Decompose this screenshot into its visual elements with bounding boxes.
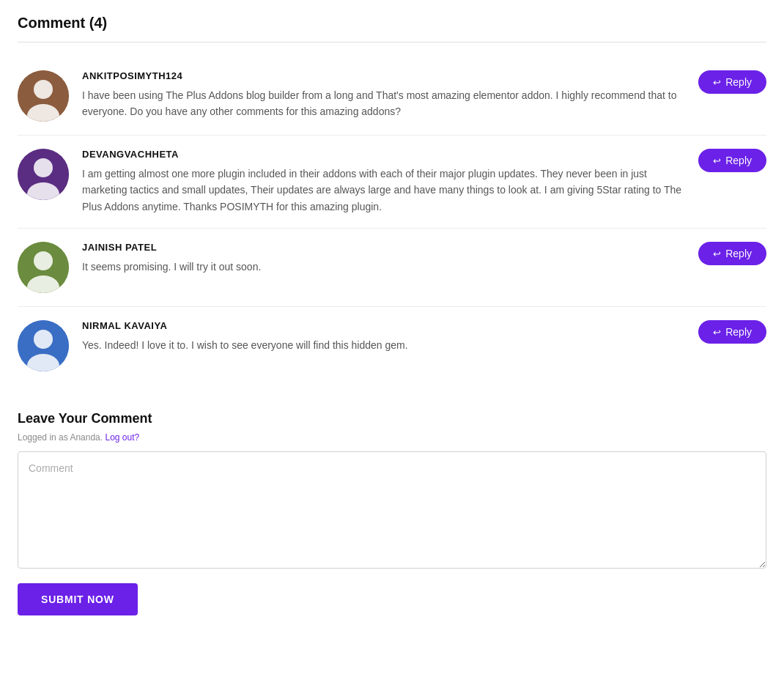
reply-label: Reply xyxy=(725,248,752,259)
comment-item: NIRMAL KAVAIYA Yes. Indeed! I love it to… xyxy=(18,307,766,385)
reply-icon: ↩ xyxy=(713,248,721,259)
avatar xyxy=(18,242,69,293)
logout-link[interactable]: Log out? xyxy=(105,432,139,443)
comment-body: JAINISH PATEL It seems promising. I will… xyxy=(82,242,766,275)
reply-icon: ↩ xyxy=(713,155,721,166)
comment-input[interactable] xyxy=(18,451,766,569)
commenter-name: JAINISH PATEL xyxy=(82,242,693,253)
svg-point-10 xyxy=(34,330,53,349)
comment-text: I am getting almost one more plugin incl… xyxy=(82,166,693,215)
comment-item: DEVANGVACHHETA I am getting almost one m… xyxy=(18,136,766,229)
comment-text: I have been using The Plus Addons blog b… xyxy=(82,87,693,120)
reply-button[interactable]: ↩ Reply xyxy=(698,70,766,94)
form-title: Leave Your Comment xyxy=(18,411,766,426)
svg-point-4 xyxy=(34,158,53,177)
logged-in-status: Logged in as Ananda. Log out? xyxy=(18,432,766,443)
avatar xyxy=(18,320,69,371)
comment-body: DEVANGVACHHETA I am getting almost one m… xyxy=(82,149,766,215)
comment-item: ANKITPOSIMYTH124 I have been using The P… xyxy=(18,57,766,136)
reply-icon: ↩ xyxy=(713,327,721,338)
reply-button[interactable]: ↩ Reply xyxy=(698,242,766,265)
reply-label: Reply xyxy=(725,76,752,88)
commenter-name: NIRMAL KAVAIYA xyxy=(82,320,693,331)
comment-item: JAINISH PATEL It seems promising. I will… xyxy=(18,229,766,307)
comment-text: It seems promising. I will try it out so… xyxy=(82,259,693,275)
comment-list: ANKITPOSIMYTH124 I have been using The P… xyxy=(18,57,766,385)
reply-button[interactable]: ↩ Reply xyxy=(698,149,766,172)
comment-body: NIRMAL KAVAIYA Yes. Indeed! I love it to… xyxy=(82,320,766,353)
comment-form-section: Leave Your Comment Logged in as Ananda. … xyxy=(18,411,766,615)
comment-text: Yes. Indeed! I love it to. I wish to see… xyxy=(82,337,693,353)
reply-label: Reply xyxy=(725,326,752,338)
comment-body: ANKITPOSIMYTH124 I have been using The P… xyxy=(82,70,766,120)
svg-point-7 xyxy=(34,251,53,270)
svg-point-1 xyxy=(34,80,53,99)
reply-icon: ↩ xyxy=(713,77,721,88)
reply-label: Reply xyxy=(725,155,752,166)
commenter-name: DEVANGVACHHETA xyxy=(82,149,693,160)
commenter-name: ANKITPOSIMYTH124 xyxy=(82,70,693,81)
submit-button[interactable]: SUBMIT NOW xyxy=(18,583,138,615)
avatar xyxy=(18,149,69,200)
page-title: Comment (4) xyxy=(18,15,766,42)
reply-button[interactable]: ↩ Reply xyxy=(698,320,766,344)
avatar xyxy=(18,70,69,122)
